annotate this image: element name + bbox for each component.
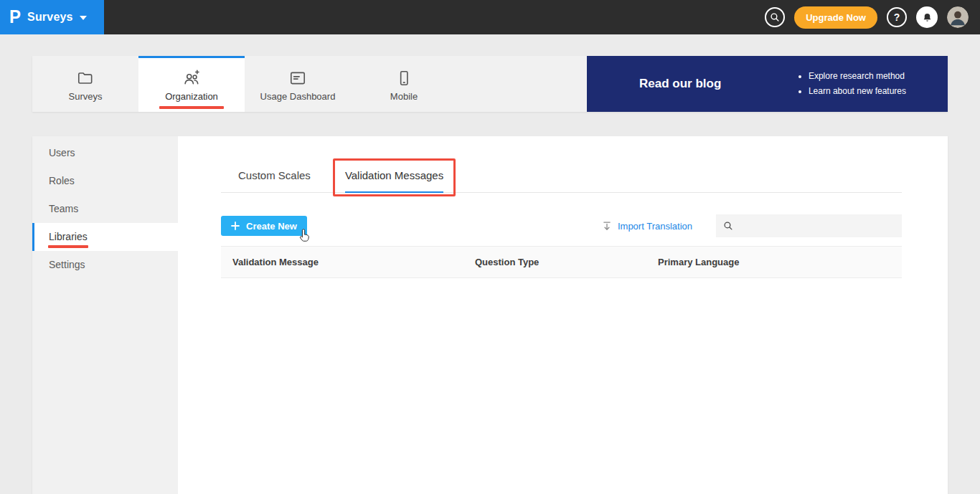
nav-tab-label: Organization (165, 91, 218, 102)
help-button[interactable]: ? (887, 7, 907, 27)
blog-bullet: Learn about new features (809, 84, 906, 99)
nav-tab-label: Mobile (390, 91, 418, 102)
import-translation-link[interactable]: Import Translation (602, 221, 692, 232)
blog-bullet: Explore research method (809, 69, 906, 84)
toolbar: Create New Import Translation (221, 214, 902, 237)
nav-tab-organization[interactable]: Organization (138, 56, 245, 112)
topbar: P Surveys Upgrade Now ? (0, 0, 980, 34)
nav-tab-label: Usage Dashboard (260, 91, 336, 102)
libraries-content: Custom Scales Validation Messages Create… (178, 136, 948, 494)
sidebar-item-roles[interactable]: Roles (32, 167, 178, 195)
sidebar-item-teams[interactable]: Teams (32, 195, 178, 223)
settings-sidebar: Users Roles Teams Libraries Settings (32, 136, 178, 494)
blog-banner-bullets: Explore research method Learn about new … (798, 69, 906, 99)
app-switcher[interactable]: P Surveys (0, 0, 104, 34)
brand-logo-icon: P (9, 8, 21, 26)
organization-icon (182, 69, 201, 87)
primary-nav-tabs: Surveys Organization Usage Dashboard Mob… (32, 56, 587, 112)
blog-banner-title[interactable]: Read our blog (639, 77, 721, 91)
plus-icon (231, 222, 240, 230)
sidebar-item-libraries[interactable]: Libraries (32, 223, 178, 251)
sidebar-item-settings[interactable]: Settings (32, 251, 178, 279)
avatar[interactable] (947, 6, 969, 28)
nav-tab-usage-dashboard[interactable]: Usage Dashboard (245, 56, 351, 112)
question-mark-icon: ? (894, 11, 900, 23)
sidebar-item-label: Libraries (49, 231, 88, 242)
dashboard-icon (288, 69, 307, 87)
blog-banner[interactable]: Read our blog Explore research method Le… (587, 56, 948, 112)
create-new-button[interactable]: Create New (221, 216, 307, 236)
nav-tab-label: Surveys (69, 91, 103, 102)
tab-validation-messages[interactable]: Validation Messages (345, 165, 443, 193)
import-icon (602, 221, 612, 232)
nav-tab-surveys[interactable]: Surveys (32, 56, 138, 112)
topbar-actions: Upgrade Now ? (765, 6, 980, 29)
annotation-libraries-underline (48, 245, 88, 248)
mobile-icon (395, 69, 413, 87)
import-translation-label: Import Translation (618, 221, 692, 232)
avatar-image (947, 6, 969, 28)
table-search[interactable] (716, 214, 902, 237)
tab-label: Validation Messages (345, 169, 443, 181)
primary-nav-card: Surveys Organization Usage Dashboard Mob… (32, 56, 948, 112)
search-input[interactable] (738, 214, 902, 237)
create-new-label: Create New (246, 221, 297, 232)
main-card: Users Roles Teams Libraries Settings Cus… (32, 136, 948, 494)
nav-tab-mobile[interactable]: Mobile (351, 56, 457, 112)
table-header-row: Validation Message Question Type Primary… (221, 246, 902, 278)
column-header-validation-message: Validation Message (221, 257, 475, 267)
search-icon (723, 221, 733, 231)
notifications-button[interactable] (916, 6, 938, 28)
column-header-primary-language: Primary Language (658, 257, 902, 267)
chevron-down-icon (80, 16, 87, 20)
tab-custom-scales[interactable]: Custom Scales (238, 165, 311, 192)
upgrade-now-button[interactable]: Upgrade Now (794, 6, 877, 29)
column-header-question-type: Question Type (475, 257, 658, 267)
sidebar-item-users[interactable]: Users (32, 139, 178, 167)
search-button[interactable] (765, 7, 785, 27)
bell-icon (922, 12, 933, 23)
app-name: Surveys (27, 11, 73, 24)
annotation-organization-underline (159, 106, 224, 109)
search-icon (770, 12, 780, 22)
folder-icon (76, 69, 95, 87)
libraries-tabs: Custom Scales Validation Messages (221, 165, 902, 193)
